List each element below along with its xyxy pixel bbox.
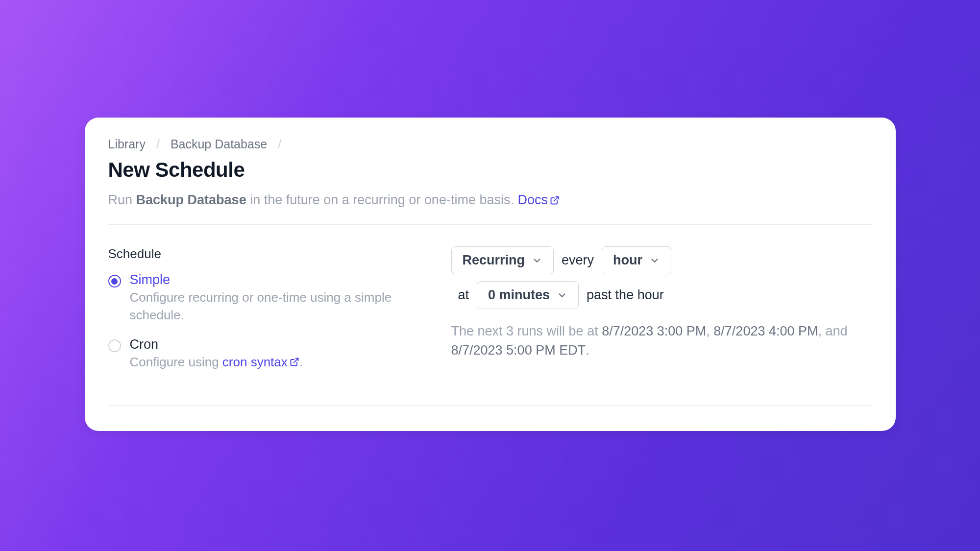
option-simple-desc: Configure recurring or one-time using a … <box>130 288 432 324</box>
recurring-label: Recurring <box>463 253 525 268</box>
schedule-card: Library / Backup Database / New Schedule… <box>85 118 896 431</box>
next-runs-preview: The next 3 runs will be at 8/7/2023 3:00… <box>451 322 872 360</box>
breadcrumb-separator-icon: / <box>156 137 160 151</box>
docs-link-label: Docs <box>517 192 548 208</box>
external-link-icon <box>290 357 299 367</box>
unit-select[interactable]: hour <box>602 246 671 274</box>
minutes-select[interactable]: 0 minutes <box>477 281 579 309</box>
chevron-down-icon <box>557 290 567 301</box>
breadcrumb-item-library[interactable]: Library <box>108 137 146 151</box>
radio-option-cron[interactable]: Cron Configure using cron syntax. <box>108 337 432 371</box>
cron-desc-pre: Configure using <box>130 355 222 369</box>
page-title: New Schedule <box>108 158 872 182</box>
desc-task-name: Backup Database <box>136 192 246 207</box>
divider <box>108 405 872 406</box>
recurring-select[interactable]: Recurring <box>451 246 554 274</box>
radio-option-simple[interactable]: Simple Configure recurring or one-time u… <box>108 272 432 324</box>
svg-line-0 <box>554 196 558 201</box>
schedule-config-panel: Recurring every hour at 0 minutes past t… <box>451 246 872 383</box>
next-run-1: 8/7/2023 3:00 PM <box>602 324 706 338</box>
cron-syntax-label: cron syntax <box>222 353 288 371</box>
desc-post: in the future on a recurring or one-time… <box>246 192 518 207</box>
docs-link[interactable]: Docs <box>517 192 560 208</box>
next-runs-pre: The next 3 runs will be at <box>451 324 602 338</box>
text-past-hour: past the hour <box>587 287 664 303</box>
unit-label: hour <box>613 253 642 268</box>
minutes-label: 0 minutes <box>488 287 550 303</box>
next-runs-sep1: , <box>706 324 713 338</box>
breadcrumb: Library / Backup Database / <box>108 137 872 151</box>
breadcrumb-item-backup-database[interactable]: Backup Database <box>171 137 267 151</box>
content-area: Schedule Simple Configure recurring or o… <box>108 225 872 405</box>
next-runs-post: . <box>586 343 589 358</box>
text-at: at <box>458 287 469 303</box>
text-every: every <box>562 253 594 268</box>
next-run-2: 8/7/2023 4:00 PM <box>713 324 818 338</box>
external-link-icon <box>550 195 560 205</box>
breadcrumb-separator-icon: / <box>278 137 281 151</box>
option-cron-title: Cron <box>130 337 303 352</box>
schedule-type-panel: Schedule Simple Configure recurring or o… <box>108 246 432 383</box>
page-description: Run Backup Database in the future on a r… <box>108 192 872 208</box>
next-run-3: 8/7/2023 5:00 PM EDT <box>451 343 586 358</box>
svg-line-1 <box>294 358 298 362</box>
option-cron-desc: Configure using cron syntax. <box>130 353 303 371</box>
chevron-down-icon <box>532 255 542 266</box>
desc-pre: Run <box>108 192 136 207</box>
radio-cron[interactable] <box>108 339 121 352</box>
chevron-down-icon <box>649 255 660 266</box>
controls-row-1: Recurring every hour <box>451 246 872 274</box>
option-simple-title: Simple <box>130 272 432 287</box>
radio-simple[interactable] <box>108 275 121 287</box>
next-runs-sep2: , and <box>818 324 847 338</box>
cron-desc-post: . <box>299 355 303 369</box>
cron-syntax-link[interactable]: cron syntax <box>222 353 299 371</box>
controls-row-2: at 0 minutes past the hour <box>451 281 872 309</box>
section-label-schedule: Schedule <box>108 246 432 262</box>
